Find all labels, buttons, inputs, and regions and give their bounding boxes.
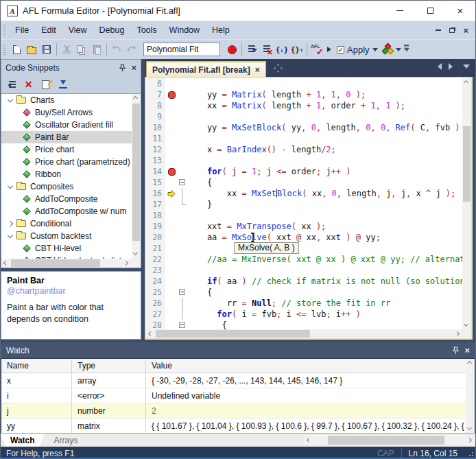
menu-help[interactable]: Help: [206, 21, 236, 39]
tree-item-price-chart[interactable]: Price chart: [1, 143, 132, 156]
tree-item-composites[interactable]: Composites: [1, 180, 132, 193]
close-button[interactable]: ×: [445, 1, 475, 21]
gutter-marker[interactable]: [165, 122, 178, 133]
redo-button[interactable]: [124, 42, 139, 57]
tab-arrays[interactable]: Arrays: [45, 434, 88, 447]
delete-snippet-button[interactable]: ✕: [21, 78, 36, 91]
cut-button[interactable]: [59, 42, 74, 57]
gutter-marker[interactable]: [165, 166, 178, 177]
tree-item-addtocomposite-w-num[interactable]: AddToComposite w/ num: [1, 205, 132, 217]
code-line-7[interactable]: 7 yy = Matrix( length + 1, 1, 0 );: [146, 89, 462, 100]
gutter-marker[interactable]: [165, 243, 178, 254]
tab-list-dropdown-icon[interactable]: [463, 64, 470, 72]
gutter-marker[interactable]: [165, 221, 178, 232]
snippet-dropdown-icon[interactable]: [396, 48, 401, 54]
tree-item-buy-sell-arrows[interactable]: Buy/Sell Arrows: [1, 106, 132, 119]
gutter-marker[interactable]: [165, 276, 178, 287]
fold-column[interactable]: [178, 78, 187, 89]
code-line-8[interactable]: 8 xx = Matrix( length + 1, order + 1, 1 …: [146, 100, 462, 111]
new-file-button[interactable]: [9, 42, 24, 57]
gutter-marker[interactable]: [165, 287, 178, 298]
tree-item-ribbon[interactable]: Ribbon: [1, 168, 132, 180]
breakpoint-marker[interactable]: [168, 91, 176, 99]
formula-name-input[interactable]: [143, 43, 220, 56]
fold-column[interactable]: [178, 111, 187, 122]
tab-close-icon[interactable]: ×: [255, 66, 260, 74]
toggle-breakpoint-button[interactable]: [224, 42, 239, 57]
gutter-marker[interactable]: [165, 78, 178, 89]
step-into-braces-button[interactable]: {↓}: [274, 42, 289, 57]
fold-column[interactable]: [178, 243, 187, 254]
code-line-9[interactable]: 9: [146, 111, 462, 122]
pin-icon[interactable]: [119, 64, 126, 72]
fold-column[interactable]: [178, 89, 187, 100]
gutter-marker[interactable]: [165, 100, 178, 111]
gutter-marker[interactable]: [165, 320, 178, 329]
copy-button[interactable]: [74, 42, 89, 57]
gutter-marker[interactable]: [165, 188, 178, 199]
mdi-restore-icon[interactable]: [449, 28, 455, 33]
tree-horizontal-scrollbar[interactable]: [1, 259, 132, 268]
fold-collapse-icon[interactable]: [179, 179, 185, 185]
tree-item-price-chart-parametrized[interactable]: Price chart (parametrized): [1, 156, 132, 168]
fold-column[interactable]: [178, 221, 187, 232]
menu-debug[interactable]: Debug: [93, 21, 131, 39]
fold-column[interactable]: [178, 320, 187, 329]
panel-close-icon[interactable]: ×: [131, 63, 136, 72]
code-line-23[interactable]: 23: [146, 265, 462, 276]
fold-column[interactable]: [178, 155, 187, 166]
code-line-14[interactable]: 14 for( j = 1; j <= order; j++ ): [146, 166, 462, 177]
code-line-12[interactable]: 12 x = BarIndex() - length/2;: [146, 144, 462, 155]
gutter-marker[interactable]: [165, 199, 178, 210]
toolbar-gripper[interactable]: [3, 25, 5, 36]
step-out-braces-button[interactable]: {}↑: [289, 42, 305, 57]
document-tab[interactable]: Polynomial Fit.afl [break] ×: [146, 61, 266, 77]
fold-column[interactable]: [178, 309, 187, 320]
code-line-26[interactable]: 26 rr = Null; // store the fit in rr: [146, 298, 462, 309]
watch-col-type[interactable]: Type: [72, 359, 146, 373]
tree-item-paint-bar[interactable]: Paint Bar: [1, 131, 132, 143]
fold-column[interactable]: [178, 177, 187, 188]
chevron-down-icon[interactable]: [8, 232, 13, 237]
import-snippet-button[interactable]: [56, 78, 70, 91]
watch-col-value[interactable]: Value: [146, 359, 475, 373]
gutter-marker[interactable]: [165, 89, 178, 100]
code-line-22[interactable]: 22 //aa = MxInverse( xxt @ xx ) @ xxt @ …: [146, 254, 462, 265]
tab-scroll-right-icon[interactable]: [449, 63, 456, 70]
verify-syntax-button[interactable]: AFL✓: [309, 42, 324, 57]
fold-collapse-icon[interactable]: [179, 322, 185, 328]
code-line-16[interactable]: 16 xx = MxSetBlock( xx, 0, length, j, j,…: [146, 188, 462, 199]
code-line-20[interactable]: 20 aa = MxSolve( xxt @ xx, xxt ) @ yy;: [146, 232, 462, 243]
code-line-27[interactable]: 27 for( i = fvb; i <= lvb; i++ ): [146, 309, 462, 320]
menu-edit[interactable]: Edit: [35, 21, 62, 39]
open-file-button[interactable]: [24, 42, 39, 57]
undo-button[interactable]: [109, 42, 124, 57]
code-line-6[interactable]: 6: [146, 78, 462, 89]
code-line-25[interactable]: 25 {: [146, 287, 462, 298]
watch-col-name[interactable]: Name: [1, 359, 72, 373]
gutter-marker[interactable]: [165, 210, 178, 221]
code-line-28[interactable]: 28 {: [146, 320, 462, 329]
gutter-marker[interactable]: [165, 254, 178, 265]
breakpoint-marker[interactable]: [168, 168, 176, 176]
gutter-marker[interactable]: [165, 177, 178, 188]
fold-column[interactable]: [178, 287, 187, 298]
fold-column[interactable]: [178, 232, 187, 243]
editor-vertical-scrollbar[interactable]: [462, 78, 471, 329]
tree-item-conditional[interactable]: Conditional: [1, 217, 132, 230]
snippet-info-tag[interactable]: @chartpaintbar: [7, 286, 135, 296]
insert-snippet-button[interactable]: [4, 78, 19, 91]
menu-tools[interactable]: Tools: [130, 21, 163, 39]
indent-code-button[interactable]: [244, 42, 259, 57]
gutter-marker[interactable]: [165, 232, 178, 243]
gutter-marker[interactable]: [165, 155, 178, 166]
maximize-button[interactable]: [415, 1, 445, 21]
gutter-marker[interactable]: [165, 144, 178, 155]
code-line-11[interactable]: 11: [146, 133, 462, 144]
save-file-button[interactable]: [39, 42, 54, 57]
gutter-marker[interactable]: [165, 111, 178, 122]
tree-item-charts[interactable]: Charts: [1, 94, 132, 106]
apply-dropdown-icon[interactable]: [372, 48, 378, 54]
tab-watch[interactable]: Watch: [1, 434, 45, 447]
code-line-18[interactable]: 18: [146, 210, 462, 221]
